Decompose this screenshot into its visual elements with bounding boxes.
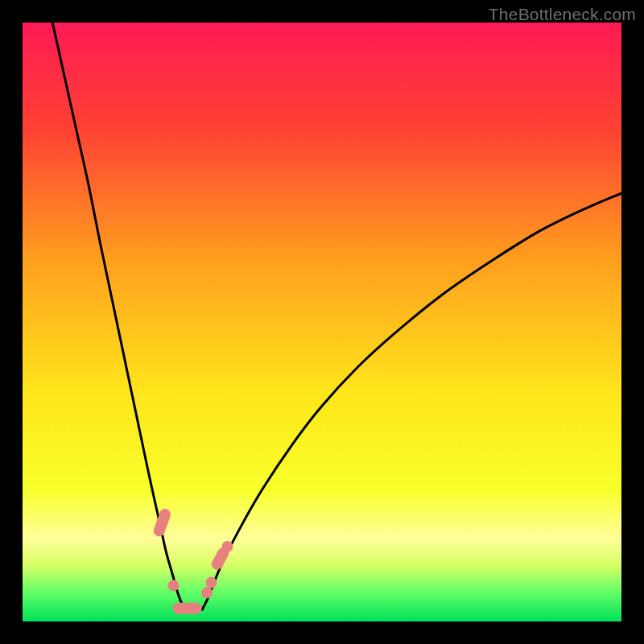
gradient-bg [23,23,621,621]
watermark-text: TheBottleneck.com [489,5,636,24]
marker-dot [154,525,165,536]
marker-dot [167,580,179,591]
marker-dot [201,587,213,598]
marker-dot [159,509,171,520]
marker-dot [205,577,217,588]
marker-dot [221,541,233,552]
marker-capsule [217,553,223,564]
chart-svg [23,23,621,621]
chart-frame [23,23,621,621]
